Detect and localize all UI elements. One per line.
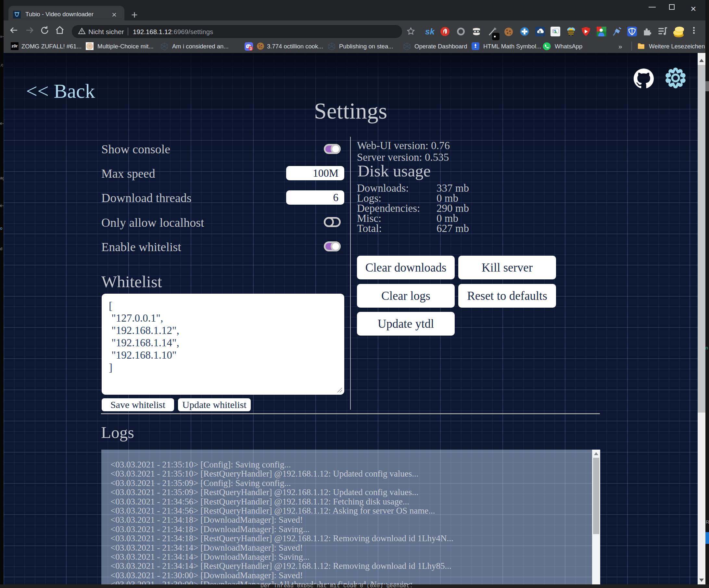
svg-text:3: 3	[250, 47, 252, 51]
svg-text:a: a	[539, 29, 541, 34]
